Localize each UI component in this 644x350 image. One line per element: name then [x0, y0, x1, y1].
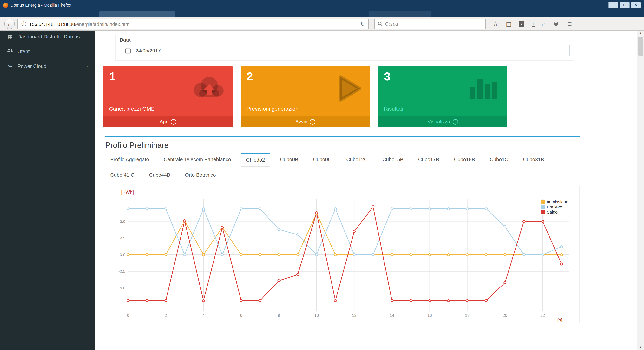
vertical-scrollbar[interactable]: ▲ ▼ — [637, 31, 644, 350]
svg-text:12: 12 — [352, 313, 356, 318]
date-input[interactable]: 24/05/2017 — [120, 45, 570, 56]
home-icon[interactable]: ⌂ — [542, 21, 546, 27]
tab-cubo1c[interactable]: Cubo1C — [485, 153, 513, 166]
svg-text:16: 16 — [428, 313, 432, 318]
tab-orto-botanico[interactable]: Orto Botanico — [180, 168, 221, 181]
card-action-apri[interactable]: Apri → — [103, 116, 232, 127]
sidebar-item-power-cloud[interactable]: ↪ Power Cloud ‹ — [0, 58, 95, 74]
arrow-right-circle-icon: → — [171, 119, 176, 124]
pocket-icon[interactable]: ∨ — [519, 21, 525, 27]
browser-tab-active[interactable] — [100, 11, 175, 18]
page-title: Profilo Preliminare — [105, 141, 637, 150]
firefox-icon — [3, 2, 8, 8]
tab-cubo0c[interactable]: Cubo0C — [308, 153, 336, 166]
svg-text:10: 10 — [314, 313, 319, 318]
card-title: Carica prezzi GME — [109, 106, 155, 112]
card-body: 2 Previsioni generazioni — [241, 66, 370, 116]
svg-text:18: 18 — [465, 313, 470, 318]
chevron-left-icon: ‹ — [87, 63, 88, 69]
maximize-button[interactable]: □ — [620, 2, 630, 8]
url-text: 156.54.148.101:8080/energia/admin/index.… — [29, 20, 130, 27]
page-content: Data 24/05/2017 1 — [95, 31, 644, 350]
card-title: Risultati — [384, 106, 403, 112]
url-path: /energia/admin/index.html — [75, 22, 130, 27]
svg-text:-2.5: -2.5 — [118, 269, 126, 274]
close-button[interactable]: × — [631, 2, 641, 8]
browser-tab[interactable] — [369, 11, 431, 18]
calendar-icon — [120, 48, 136, 54]
download-icon[interactable]: ↓ — [532, 21, 534, 26]
viewport: ▦ Dashboard Distretto Domus Utenti ↪ Pow… — [0, 31, 644, 350]
card-action-label: Apri — [160, 119, 168, 125]
sidebar-item-label: Power Cloud — [18, 63, 46, 69]
card-previsioni-generazioni: 2 Previsioni generazioni Avvia → — [241, 66, 370, 127]
firefox-account-icon[interactable] — [553, 21, 559, 26]
back-button[interactable]: ← — [4, 19, 15, 29]
legend-label: Saldo — [547, 210, 558, 214]
card-risultati: 3 Risultati Visualizza → — [378, 66, 507, 127]
tab-chiodo2[interactable]: Chiodo2 — [241, 153, 270, 166]
arrow-right-circle-icon: → — [310, 119, 316, 124]
tab-cubo-41-c[interactable]: Cubo 41 C — [105, 168, 139, 181]
action-cards: 1 Carica prezzi GME Apri → — [103, 66, 637, 127]
scrollbar-thumb[interactable] — [638, 37, 643, 56]
search-input[interactable] — [385, 21, 482, 26]
sidebar-item-utenti[interactable]: Utenti — [0, 44, 95, 58]
legend-item-saldo: Saldo — [541, 210, 568, 214]
tab-cubo12c[interactable]: Cubo12C — [341, 153, 373, 166]
card-action-label: Visualizza — [428, 119, 450, 125]
tab-centrale-telecom-panebianco[interactable]: Centrale Telecom Panebianco — [158, 153, 236, 166]
profile-chart: ↑[KWh] 02468101214161820225.02.50.0-2.5-… — [109, 186, 580, 324]
tab-cubo31b[interactable]: Cubo31B — [518, 153, 549, 166]
svg-text:20: 20 — [503, 313, 507, 318]
sidebar: ▦ Dashboard Distretto Domus Utenti ↪ Pow… — [0, 31, 95, 350]
chart-canvas: 02468101214161820225.02.50.0-2.5-5.0 — [113, 196, 574, 321]
card-carica-prezzi-gme: 1 Carica prezzi GME Apri → — [103, 66, 232, 127]
bookmarks-icon[interactable]: ▤ — [506, 21, 512, 27]
chart-ylabel: ↑[KWh] — [119, 190, 575, 195]
play-icon — [336, 74, 364, 104]
bookmark-star-icon[interactable]: ☆ — [492, 20, 498, 27]
search-bar[interactable] — [374, 19, 486, 29]
tab-cubo0b[interactable]: Cubo0B — [275, 153, 303, 166]
browser-window: Domus Energia - Mozilla Firefox – □ × ← … — [0, 0, 644, 350]
sidebar-item-dashboard[interactable]: ▦ Dashboard Distretto Domus — [0, 31, 95, 44]
svg-text:-5.0: -5.0 — [118, 286, 126, 290]
reload-icon[interactable]: ↻ — [360, 21, 365, 27]
chart-xlabel: →[h] — [553, 318, 562, 322]
tab-cubo17b[interactable]: Cubo17B — [413, 153, 444, 166]
tab-profilo-aggregato[interactable]: Profilo Aggregato — [105, 153, 154, 166]
share-icon: ↪ — [6, 63, 14, 69]
tab-cubo15b[interactable]: Cubo15B — [377, 153, 408, 166]
legend-swatch — [541, 205, 545, 209]
title-bar: Domus Energia - Mozilla Firefox – □ × — [0, 0, 644, 10]
url-bar[interactable]: ⓘ 156.54.148.101:8080/energia/admin/inde… — [18, 19, 369, 29]
navigation-toolbar: ← ⓘ 156.54.148.101:8080/energia/admin/in… — [0, 18, 644, 31]
svg-text:2: 2 — [164, 313, 167, 318]
svg-text:0.0: 0.0 — [120, 252, 126, 257]
svg-text:22: 22 — [540, 313, 545, 318]
menu-icon[interactable]: ≡ — [568, 20, 572, 28]
dashboard-icon: ▦ — [6, 34, 14, 40]
url-host: 156.54.148.101:8080 — [29, 22, 75, 27]
tab-cubo44b[interactable]: Cubo44B — [144, 168, 175, 181]
profile-tabs-row-1: Profilo AggregatoCentrale Telecom Panebi… — [105, 153, 637, 166]
card-action-label: Avvia — [295, 119, 308, 125]
tab-cubo18b[interactable]: Cubo18B — [449, 153, 480, 166]
card-action-visualizza[interactable]: Visualizza → — [378, 116, 507, 127]
scroll-down-arrow[interactable]: ▼ — [639, 345, 642, 349]
date-value: 24/05/2017 — [136, 48, 161, 54]
card-body: 1 Carica prezzi GME — [103, 66, 232, 116]
card-action-avvia[interactable]: Avvia → — [241, 116, 370, 127]
sidebar-item-label: Dashboard Distretto Domus — [18, 34, 80, 40]
scroll-up-arrow[interactable]: ▲ — [639, 32, 642, 35]
date-form-box: Data 24/05/2017 — [115, 34, 574, 60]
minimize-button[interactable]: – — [608, 2, 618, 8]
window-title: Domus Energia - Mozilla Firefox — [10, 3, 71, 8]
legend-swatch — [541, 200, 545, 204]
arrow-right-circle-icon: → — [452, 119, 458, 124]
svg-text:0: 0 — [127, 313, 129, 318]
browser-tab-strip — [0, 10, 644, 18]
section-top-border — [105, 136, 580, 137]
site-info-icon[interactable]: ⓘ — [21, 20, 26, 27]
